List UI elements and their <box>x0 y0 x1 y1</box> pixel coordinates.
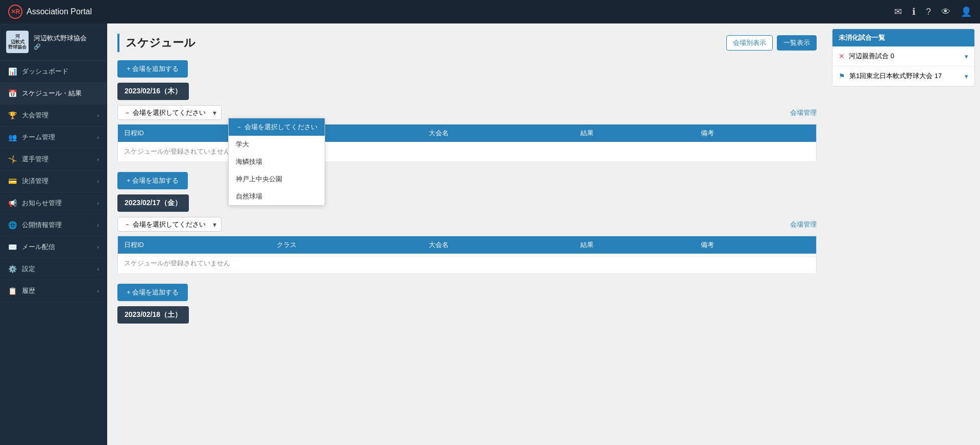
th-result-2: 結果 <box>574 236 695 254</box>
th-tournament-2: 大会名 <box>423 236 574 254</box>
date-header-1: 2023/02/16（木） <box>117 83 189 100</box>
venue-select-row-1: － 会場を選択してください 学大 海鱗技場 神戸上中央公園 自然球場 会場管理 <box>117 105 817 120</box>
unplayed-item-left-1: ✕ 河辺親善試合 0 <box>839 52 894 61</box>
no-data-1: スケジュールが登録されていません <box>118 142 817 162</box>
sidebar-item-notice[interactable]: 📢 お知らせ管理 › <box>0 192 107 214</box>
player-icon: 🤸 <box>8 155 17 163</box>
expand-icon-2[interactable]: ▾ <box>965 72 968 80</box>
dropdown-item-kairin[interactable]: 海鱗技場 <box>229 153 325 170</box>
sidebar-item-settings[interactable]: ⚙️ 設定 › <box>0 258 107 280</box>
flag-icon: ⚑ <box>839 72 845 80</box>
dropdown-item-kobe[interactable]: 神戸上中央公園 <box>229 170 325 188</box>
add-venue-button-1[interactable]: + 会場を追加する <box>117 60 188 78</box>
add-venue-button-3[interactable]: + 会場を追加する <box>117 284 188 301</box>
user-icon[interactable]: 👤 <box>961 6 972 17</box>
chevron-right-icon6: › <box>97 222 99 228</box>
topbar-icons: ✉ ℹ ? 👁 👤 <box>894 6 972 17</box>
topbar: ✕R Association Portal ✉ ℹ ? 👁 👤 <box>0 0 980 23</box>
org-logo: 河辺軟式野球協会 <box>6 31 29 53</box>
chevron-right-icon3: › <box>97 156 99 162</box>
venue-list-button[interactable]: 会場別表示 <box>726 35 773 51</box>
cross-icon: ✕ <box>839 52 845 60</box>
sidebar-label-payment: 決済管理 <box>22 177 48 186</box>
org-link[interactable]: 🔗 <box>34 43 87 50</box>
th-tournament-1: 大会名 <box>423 125 574 142</box>
mail-icon2: ✉️ <box>8 243 17 251</box>
unplayed-panel: 未消化試合一覧 ✕ 河辺親善試合 0 ▾ ⚑ 第1回東北日本軟式野球大会 17 … <box>832 29 975 87</box>
tournament-icon: 🏆 <box>8 111 17 119</box>
sidebar-item-team[interactable]: 👥 チーム管理 › <box>0 127 107 149</box>
chevron-right-icon2: › <box>97 134 99 140</box>
app-title: Association Portal <box>27 7 92 16</box>
dashboard-icon: 📊 <box>8 67 17 76</box>
content-area: スケジュール 会場別表示 一覧表示 + 会場を追加する 2023/02/16（木… <box>107 23 827 445</box>
unplayed-item-1: ✕ 河辺親善試合 0 ▾ <box>832 46 974 66</box>
sidebar-item-tournament[interactable]: 🏆 大会管理 › <box>0 105 107 127</box>
expand-icon-1[interactable]: ▾ <box>965 53 968 60</box>
table-header-row-1: 日程ID クラス 大会名 結果 備考 <box>118 125 817 142</box>
th-schedule-id-2: 日程ID <box>118 236 271 254</box>
schedule-icon: 📅 <box>8 89 17 97</box>
sidebar-item-public[interactable]: 🌐 公開情報管理 › <box>0 214 107 236</box>
table-row: スケジュールが登録されていません <box>118 142 817 162</box>
th-result-1: 結果 <box>574 125 695 142</box>
venue-select-wrapper-2: － 会場を選択してください 学大 海鱗技場 神戸上中央公園 自然球場 <box>117 217 222 232</box>
topbar-logo: ✕R Association Portal <box>8 5 92 19</box>
unplayed-item-2: ⚑ 第1回東北日本軟式野球大会 17 ▾ <box>832 66 974 86</box>
venue-manage-link-2[interactable]: 会場管理 <box>790 220 817 229</box>
sidebar-item-dashboard[interactable]: 📊 ダッシュボード <box>0 61 107 83</box>
venue-select-1[interactable]: － 会場を選択してください 学大 海鱗技場 神戸上中央公園 自然球場 <box>117 105 222 120</box>
sidebar-item-history[interactable]: 📋 履歴 › <box>0 280 107 302</box>
sidebar-label-player: 選手管理 <box>22 155 48 164</box>
page-title: スケジュール <box>126 35 195 51</box>
page-title-bar <box>117 34 119 52</box>
th-note-1: 備考 <box>695 125 816 142</box>
schedule-table-1: 日程ID クラス 大会名 結果 備考 スケジュールが登録されていません <box>117 124 817 162</box>
sidebar-item-mail[interactable]: ✉️ メール配信 › <box>0 236 107 258</box>
day-block-2: + 会場を追加する 2023/02/17（金） － 会場を選択してください 学大… <box>117 172 817 274</box>
payment-icon: 💳 <box>8 177 17 185</box>
sidebar-item-player[interactable]: 🤸 選手管理 › <box>0 149 107 170</box>
add-venue-button-2[interactable]: + 会場を追加する <box>117 172 188 189</box>
history-icon: 📋 <box>8 287 17 295</box>
sidebar-nav: 📊 ダッシュボード 📅 スケジュール・結果 🏆 大会管理 › 👥 <box>0 61 107 445</box>
table-header-row-2: 日程ID クラス 大会名 結果 備考 <box>118 236 817 254</box>
sidebar-item-schedule[interactable]: 📅 スケジュール・結果 <box>0 83 107 105</box>
unplayed-label-2: 第1回東北日本軟式野球大会 17 <box>849 71 942 81</box>
sidebar: 河辺軟式野球協会 河辺軟式野球協会 🔗 📊 ダッシュボード 📅 スケジュール・結… <box>0 23 107 445</box>
dropdown-item-shizen[interactable]: 自然球場 <box>229 188 325 205</box>
sidebar-label-schedule: スケジュール・結果 <box>22 89 82 98</box>
dropdown-item-gakudai[interactable]: 学大 <box>229 136 325 153</box>
org-name: 河辺軟式野球協会 <box>34 34 87 43</box>
venue-manage-link-1[interactable]: 会場管理 <box>790 108 817 117</box>
chevron-right-icon4: › <box>97 178 99 184</box>
venue-select-2[interactable]: － 会場を選択してください 学大 海鱗技場 神戸上中央公園 自然球場 <box>117 217 222 232</box>
sidebar-label-team: チーム管理 <box>22 133 55 142</box>
sidebar-label-notice: お知らせ管理 <box>22 199 62 208</box>
unplayed-header: 未消化試合一覧 <box>832 29 974 46</box>
unplayed-item-left-2: ⚑ 第1回東北日本軟式野球大会 17 <box>839 71 942 81</box>
th-note-2: 備考 <box>695 236 816 254</box>
eye-icon[interactable]: 👁 <box>941 7 950 17</box>
help-icon[interactable]: ? <box>926 7 931 17</box>
sidebar-label-settings: 設定 <box>22 264 35 274</box>
chevron-right-icon7: › <box>97 244 99 250</box>
list-view-button[interactable]: 一覧表示 <box>777 35 817 51</box>
settings-icon: ⚙️ <box>8 265 17 273</box>
sidebar-label-mail: メール配信 <box>22 242 55 252</box>
sidebar-label-dashboard: ダッシュボード <box>22 67 68 76</box>
no-data-2: スケジュールが登録されていません <box>118 254 817 274</box>
dropdown-item-placeholder[interactable]: － 会場を選択してください <box>229 118 325 136</box>
notice-icon: 📢 <box>8 199 17 207</box>
day-block-1: + 会場を追加する 2023/02/16（木） － 会場を選択してください 学大… <box>117 60 817 162</box>
info-icon[interactable]: ℹ <box>912 6 916 17</box>
mail-icon[interactable]: ✉ <box>894 6 902 17</box>
sidebar-label-public: 公開情報管理 <box>22 220 62 230</box>
public-icon: 🌐 <box>8 221 17 229</box>
page-header-buttons: 会場別表示 一覧表示 <box>726 35 817 51</box>
date-header-2: 2023/02/17（金） <box>117 194 189 212</box>
sidebar-label-tournament: 大会管理 <box>22 111 48 120</box>
venue-select-row-2: － 会場を選択してください 学大 海鱗技場 神戸上中央公園 自然球場 会場管理 <box>117 217 817 232</box>
sidebar-item-payment[interactable]: 💳 決済管理 › <box>0 170 107 192</box>
th-class-2: クラス <box>271 236 422 254</box>
